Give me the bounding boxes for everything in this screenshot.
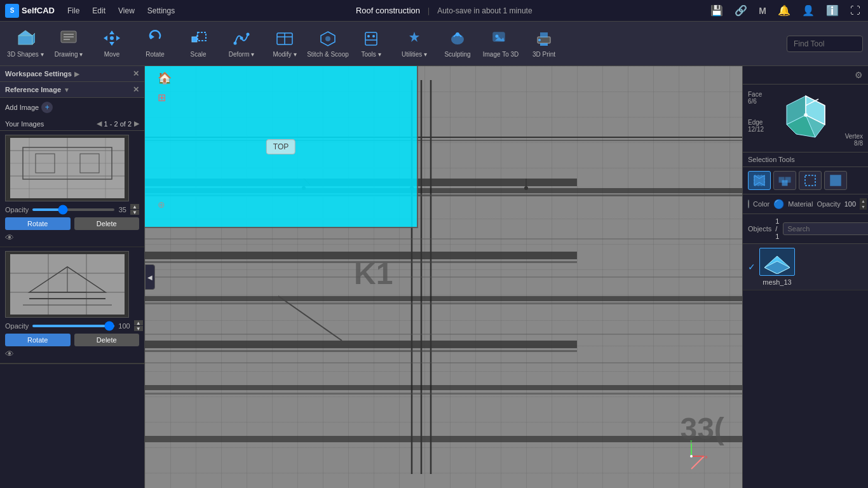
svg-rect-103	[782, 180, 787, 186]
tool-modify[interactable]: Modify ▾	[264, 24, 305, 64]
sketchfab-icon[interactable]: M	[756, 4, 769, 17]
tool-stitch-scoop[interactable]: Stitch & Scoop	[308, 24, 348, 64]
face-value: 6/6	[748, 98, 757, 105]
reference-image-close[interactable]: ✕	[133, 85, 139, 94]
tool-scale[interactable]: Scale	[178, 24, 219, 64]
object-preview-wrapper: mesh_13	[759, 248, 795, 286]
opacity-down-2[interactable]: ▼	[134, 326, 143, 331]
tool-3d-print[interactable]: 3D Print	[524, 24, 564, 64]
axis-toggle-icon[interactable]: ⊕	[158, 200, 165, 210]
utilities-label: Utilities ▾	[402, 51, 427, 58]
cube-3d-svg	[777, 90, 834, 147]
select-solid-button[interactable]	[824, 171, 847, 190]
tools-icon	[362, 29, 381, 50]
vertex-label: Vertex 8/8	[845, 133, 863, 147]
tool-deform[interactable]: Deform ▾	[221, 24, 262, 64]
scale-label: Scale	[190, 51, 206, 58]
opacity-down-1[interactable]: ▼	[130, 210, 139, 215]
tool-sculpting[interactable]: Sculpting	[437, 24, 478, 64]
info-icon[interactable]: ℹ️	[824, 3, 841, 18]
svg-marker-7	[109, 30, 114, 34]
add-image-button[interactable]: +	[41, 102, 53, 113]
sculpting-icon	[448, 29, 467, 50]
opacity-down-right[interactable]: ▼	[860, 204, 867, 210]
fullscreen-icon[interactable]: ⛶	[848, 4, 863, 18]
svg-marker-9	[104, 36, 107, 41]
delete-button-1[interactable]: Delete	[74, 217, 140, 230]
canvas-area[interactable]: ◀	[145, 66, 742, 488]
opacity-value-1: 35	[118, 206, 126, 214]
select-group-button[interactable]	[773, 171, 796, 190]
opacity-slider-1[interactable]	[32, 208, 114, 211]
select-face-button[interactable]	[748, 171, 771, 190]
3d-print-label: 3D Print	[532, 51, 555, 58]
reference-image-label: Reference Image	[5, 86, 61, 93]
opacity-value-right: 100	[844, 200, 856, 208]
bell-icon[interactable]: 🔔	[775, 3, 793, 18]
opacity-slider-2[interactable]	[32, 325, 114, 327]
page-next-arrow[interactable]: ▶	[134, 119, 139, 128]
logo: S SelfCAD	[5, 4, 55, 18]
face-label: Face 6/6	[748, 91, 762, 105]
stitch-scoop-label: Stitch & Scoop	[307, 51, 349, 58]
color-label[interactable]: Color	[753, 200, 770, 208]
color-material-row: Color 🔵 Material Opacity 100 ▲ ▼	[743, 194, 868, 214]
svg-point-18	[240, 37, 243, 40]
deform-icon	[232, 29, 251, 50]
user-icon[interactable]: 👤	[799, 3, 817, 18]
rotate-button-2[interactable]: Rotate	[5, 334, 71, 346]
image-to-3d-icon	[491, 29, 510, 50]
tool-utilities[interactable]: Utilities ▾	[394, 24, 435, 64]
delete-button-2[interactable]: Delete	[74, 334, 140, 346]
autosave-text: Auto-save in about 1 minute	[437, 6, 532, 15]
sidebar-collapse-button[interactable]: ◀	[145, 264, 155, 290]
tool-image-to-3d[interactable]: Image To 3D	[480, 24, 521, 64]
tool-move[interactable]: Move	[92, 24, 132, 64]
rotate-button-1[interactable]: Rotate	[5, 217, 71, 230]
svg-rect-35	[540, 32, 548, 37]
color-dot	[748, 200, 749, 208]
svg-rect-71	[145, 341, 577, 348]
reference-image-arrow[interactable]: ▼	[64, 86, 70, 93]
menu-file[interactable]: File	[62, 4, 85, 18]
tool-rotate[interactable]: Rotate	[135, 24, 175, 64]
home-icon[interactable]: 🏠	[158, 71, 172, 85]
image-card-1: Opacity 35 ▲ ▼ Rotate Delete 👁	[0, 131, 144, 247]
opacity-up-2[interactable]: ▲	[134, 320, 143, 325]
pagination: ◀ 1 - 2 of 2 ▶	[97, 119, 139, 128]
svg-marker-8	[109, 42, 114, 46]
page-prev-arrow[interactable]: ◀	[97, 119, 102, 128]
tool-tools[interactable]: Tools ▾	[351, 24, 391, 64]
find-tool-input[interactable]	[787, 36, 863, 52]
object-name-mesh13: mesh_13	[763, 278, 791, 286]
visibility-icon-1[interactable]: 👁	[5, 233, 14, 243]
opacity-up-right[interactable]: ▲	[860, 198, 867, 204]
workspace-settings-close[interactable]: ✕	[133, 69, 139, 78]
image-card-2: Opacity 100 ▲ ▼ Rotate Delete 👁	[0, 247, 144, 363]
menu-settings[interactable]: Settings	[142, 4, 180, 18]
geometry-gear-icon[interactable]: ⚙	[855, 70, 863, 80]
svg-rect-99	[754, 175, 764, 186]
grid-toggle-icon[interactable]: ⊞	[158, 92, 166, 104]
share-icon[interactable]: 🔗	[732, 3, 750, 18]
menu-view[interactable]: View	[113, 4, 140, 18]
opacity-label-2: Opacity	[5, 322, 29, 330]
save-icon[interactable]: 💾	[708, 3, 726, 18]
workspace-expand-arrow[interactable]: ▶	[74, 71, 79, 78]
material-icon[interactable]: 🔵	[773, 199, 784, 209]
tool-drawing[interactable]: Drawing ▾	[48, 24, 89, 64]
visibility-icon-2[interactable]: 👁	[5, 349, 14, 359]
opacity-stepper-1: ▲ ▼	[130, 204, 139, 215]
opacity-up-1[interactable]: ▲	[130, 204, 139, 209]
menu-edit[interactable]: Edit	[87, 4, 111, 18]
object-item-mesh13[interactable]: ✓ mesh_13	[743, 244, 868, 290]
material-label[interactable]: Material	[788, 200, 813, 208]
your-images-row: Your Images ◀ 1 - 2 of 2 ▶	[0, 117, 144, 131]
svg-point-97	[804, 113, 808, 117]
search-input[interactable]	[783, 222, 868, 235]
cube-view-section: Face 6/6	[743, 85, 868, 152]
3d-print-icon	[534, 29, 553, 50]
select-wire-button[interactable]	[799, 171, 822, 190]
tool-3d-shapes[interactable]: 3D Shapes ▾	[5, 24, 46, 64]
opacity-value-2: 100	[118, 322, 130, 330]
